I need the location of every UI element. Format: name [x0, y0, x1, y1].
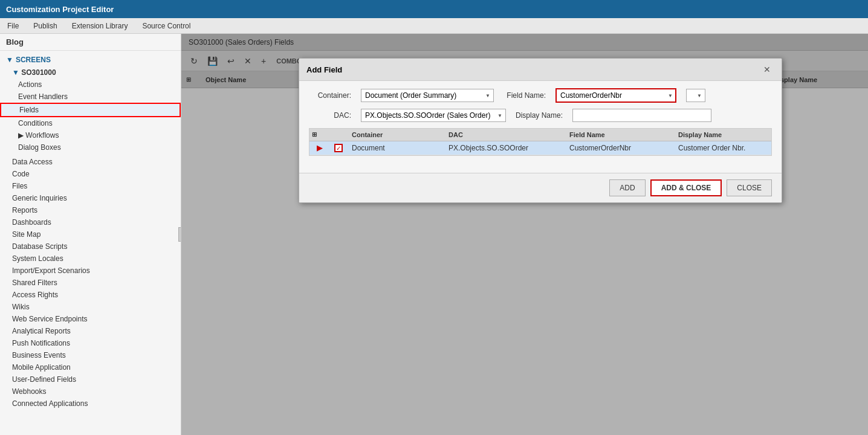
- sidebar-item-so301000[interactable]: ▼ SO301000: [0, 66, 181, 79]
- inner-table: ⊞ Container DAC Field Name Display Name …: [309, 128, 772, 156]
- title-bar: Customization Project Editor: [0, 0, 868, 18]
- field-name-dropdown-wrapper: [686, 89, 705, 102]
- container-select[interactable]: Document (Order Summary): [361, 89, 494, 102]
- field-name-input[interactable]: [555, 88, 676, 103]
- sidebar-item-actions[interactable]: Actions: [0, 79, 181, 91]
- container-label: Container:: [309, 91, 351, 100]
- sidebar-item-wikis[interactable]: Wikis: [0, 301, 181, 313]
- sidebar-item-data-access[interactable]: Data Access: [0, 156, 181, 168]
- sidebar-item-connected-applications[interactable]: Connected Applications: [0, 398, 181, 410]
- sidebar-item-access-rights[interactable]: Access Rights: [0, 289, 181, 301]
- checkbox-checked-icon[interactable]: ✓: [334, 144, 343, 152]
- sidebar-item-workflows[interactable]: ▶ Workflows: [0, 129, 181, 141]
- sidebar-item-event-handlers[interactable]: Event Handlers: [0, 91, 181, 103]
- menu-file[interactable]: File: [5, 21, 21, 31]
- dac-select-wrapper: PX.Objects.SO.SOOrder (Sales Order): [361, 109, 506, 122]
- field-name-label: Field Name:: [504, 91, 546, 100]
- menu-publish[interactable]: Publish: [31, 21, 59, 31]
- add-button-modal[interactable]: ADD: [609, 179, 645, 196]
- dac-label: DAC:: [309, 111, 351, 120]
- add-close-button[interactable]: ADD & CLOSE: [650, 179, 722, 196]
- screens-label: SCREENS: [16, 56, 51, 64]
- row-checkbox[interactable]: ✓: [329, 141, 348, 155]
- inner-table-header: ⊞ Container DAC Field Name Display Name: [309, 129, 771, 141]
- main-layout: ◄ Blog ▼ SCREENS ▼ SO301000 Actions Even…: [0, 34, 868, 435]
- inner-col-checkbox: [329, 131, 348, 138]
- menu-extension-library[interactable]: Extension Library: [70, 21, 131, 31]
- inner-col-indicator: ⊞: [309, 131, 329, 138]
- sidebar-header: Blog: [0, 34, 181, 51]
- modal-body: Container: Document (Order Summary) Fiel…: [299, 81, 782, 173]
- inner-col-container: Container: [348, 131, 445, 138]
- table-row[interactable]: ▶ ✓ Document PX.Objects.SO.SOOrder Custo…: [309, 141, 771, 155]
- sidebar-item-generic-inquiries[interactable]: Generic Inquiries: [0, 192, 181, 204]
- sidebar-item-web-service-endpoints[interactable]: Web Service Endpoints: [0, 313, 181, 325]
- modal-footer: ADD ADD & CLOSE CLOSE: [299, 173, 782, 202]
- modal-close-icon: ✕: [763, 65, 771, 74]
- sidebar-item-shared-filters[interactable]: Shared Filters: [0, 277, 181, 289]
- close-button-modal[interactable]: CLOSE: [727, 179, 772, 196]
- row-dac: PX.Objects.SO.SOOrder: [445, 141, 566, 155]
- sidebar-item-code[interactable]: Code: [0, 168, 181, 180]
- sidebar-screens-section: ▼ SCREENS ▼ SO301000 Actions Event Handl…: [0, 51, 181, 156]
- row-selected-indicator: ▶: [309, 141, 329, 155]
- inner-table-body: ▶ ✓ Document PX.Objects.SO.SOOrder Custo…: [309, 141, 771, 155]
- display-name-label: Display Name:: [516, 111, 563, 120]
- modal-overlay: Add Field ✕ Container: Document (Order S…: [181, 34, 868, 435]
- field-name-select-wrapper: [555, 88, 676, 103]
- so301000-arrow-icon: ▼: [12, 68, 21, 77]
- sidebar-item-import-export[interactable]: Import/Export Scenarios: [0, 265, 181, 277]
- menu-source-control[interactable]: Source Control: [140, 21, 193, 31]
- sidebar-item-files[interactable]: Files: [0, 180, 181, 192]
- row-container: Document: [348, 141, 445, 155]
- sidebar-item-webhooks[interactable]: Webhooks: [0, 385, 181, 398]
- row-display-name: Customer Order Nbr.: [675, 141, 783, 155]
- form-row-container: Container: Document (Order Summary) Fiel…: [309, 88, 772, 103]
- screens-arrow-icon: ▼: [6, 56, 13, 64]
- form-row-dac: DAC: PX.Objects.SO.SOOrder (Sales Order)…: [309, 109, 772, 122]
- sidebar-item-reports[interactable]: Reports: [0, 204, 181, 216]
- sidebar: ◄ Blog ▼ SCREENS ▼ SO301000 Actions Even…: [0, 34, 181, 435]
- menu-bar: File Publish Extension Library Source Co…: [0, 18, 868, 34]
- sidebar-item-mobile-application[interactable]: Mobile Application: [0, 361, 181, 373]
- inner-col-field-name: Field Name: [566, 131, 675, 138]
- modal-title: Add Field: [306, 65, 342, 74]
- sidebar-item-conditions[interactable]: Conditions: [0, 117, 181, 129]
- sidebar-item-dialog-boxes[interactable]: Dialog Boxes: [0, 141, 181, 153]
- sidebar-item-system-locales[interactable]: System Locales: [0, 253, 181, 265]
- modal-dialog: Add Field ✕ Container: Document (Order S…: [299, 58, 782, 203]
- app-title: Customization Project Editor: [6, 5, 114, 14]
- sidebar-item-dashboards[interactable]: Dashboards: [0, 216, 181, 228]
- dac-select[interactable]: PX.Objects.SO.SOOrder (Sales Order): [361, 109, 506, 122]
- field-name-dropdown[interactable]: [686, 89, 705, 102]
- display-name-input[interactable]: [572, 109, 711, 122]
- modal-close-button[interactable]: ✕: [760, 63, 774, 76]
- modal-header: Add Field ✕: [299, 59, 782, 81]
- row-field-name: CustomerOrderNbr: [566, 141, 675, 155]
- sidebar-item-database-scripts[interactable]: Database Scripts: [0, 240, 181, 253]
- sidebar-item-analytical-reports[interactable]: Analytical Reports: [0, 325, 181, 337]
- sidebar-item-user-defined-fields[interactable]: User-Defined Fields: [0, 373, 181, 385]
- inner-col-display-name: Display Name: [675, 131, 783, 138]
- sidebar-item-push-notifications[interactable]: Push Notifications: [0, 337, 181, 349]
- inner-col-dac: DAC: [445, 131, 566, 138]
- container-select-wrapper: Document (Order Summary): [361, 89, 494, 102]
- sidebar-screens-header[interactable]: ▼ SCREENS: [0, 53, 181, 66]
- sidebar-item-fields[interactable]: Fields: [0, 103, 181, 117]
- sidebar-item-business-events[interactable]: Business Events: [0, 349, 181, 361]
- content-area: SO301000 (Sales Orders) Fields ↻ 💾 ↩ ✕ +…: [181, 34, 868, 435]
- sidebar-item-site-map[interactable]: Site Map: [0, 228, 181, 240]
